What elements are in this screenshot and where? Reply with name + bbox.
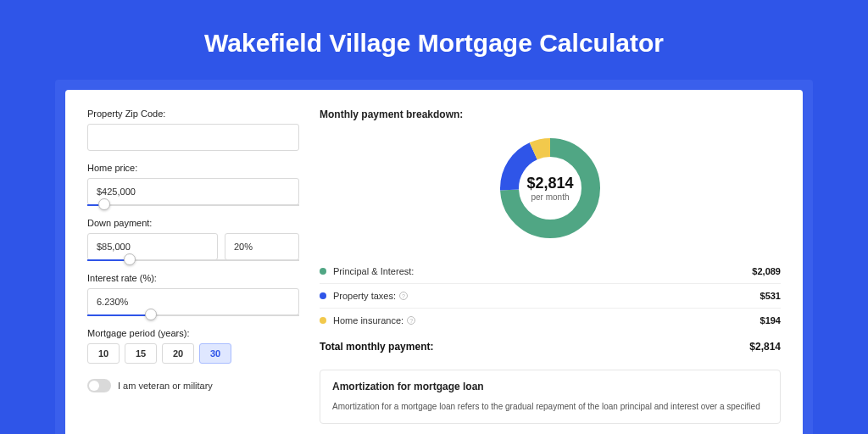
down-payment-percent-input[interactable]	[225, 233, 299, 260]
legend-label: Principal & Interest:	[333, 266, 752, 276]
period-button-30[interactable]: 30	[199, 343, 231, 364]
home-price-field-group: Home price:	[87, 163, 299, 206]
breakdown-title: Monthly payment breakdown:	[320, 108, 781, 120]
interest-rate-slider[interactable]	[87, 314, 299, 316]
calculator-card: Property Zip Code: Home price: Down paym…	[65, 90, 803, 434]
period-field-group: Mortgage period (years): 10152030	[87, 328, 299, 364]
legend-value: $2,089	[752, 266, 781, 276]
donut-chart: $2,814 per month	[494, 132, 606, 244]
total-value: $2,814	[749, 341, 781, 353]
donut-center: $2,814 per month	[494, 132, 606, 244]
legend-value: $194	[760, 315, 781, 326]
zip-label: Property Zip Code:	[87, 108, 299, 119]
breakdown-column: Monthly payment breakdown: $2,814 per mo…	[320, 108, 781, 427]
home-price-slider[interactable]	[87, 204, 299, 206]
down-payment-slider-knob[interactable]	[124, 253, 136, 265]
total-row: Total monthly payment: $2,814	[320, 332, 781, 366]
info-icon[interactable]: ?	[407, 316, 415, 325]
amortization-title: Amortization for mortgage loan	[332, 381, 768, 392]
interest-rate-label: Interest rate (%):	[87, 273, 299, 283]
legend-row: Property taxes:?$531	[320, 284, 781, 309]
period-button-20[interactable]: 20	[162, 343, 194, 364]
home-price-input[interactable]	[87, 178, 299, 205]
card-outer: Property Zip Code: Home price: Down paym…	[55, 80, 813, 434]
interest-rate-input[interactable]	[87, 288, 299, 315]
zip-input[interactable]	[87, 124, 299, 151]
legend-dot	[320, 268, 326, 275]
legend-row: Principal & Interest:$2,089	[320, 259, 781, 284]
period-button-row: 10152030	[87, 343, 299, 364]
legend-row: Home insurance:?$194	[320, 309, 781, 332]
down-payment-slider[interactable]	[87, 259, 299, 261]
amortization-card: Amortization for mortgage loan Amortizat…	[320, 370, 781, 424]
legend-value: $531	[760, 291, 781, 301]
home-price-slider-knob[interactable]	[98, 198, 110, 210]
down-payment-amount-input[interactable]	[87, 233, 218, 260]
legend-dot	[320, 292, 326, 299]
legend-label-text: Home insurance:	[333, 315, 403, 326]
interest-rate-slider-knob[interactable]	[145, 309, 157, 320]
page-title: Wakefield Village Mortgage Calculator	[0, 0, 868, 80]
donut-container: $2,814 per month	[320, 132, 781, 244]
zip-field-group: Property Zip Code:	[87, 108, 299, 151]
legend-list: Principal & Interest:$2,089Property taxe…	[320, 259, 781, 332]
interest-rate-slider-fill	[87, 314, 151, 316]
legend-label: Home insurance:?	[333, 315, 760, 326]
donut-amount: $2,814	[526, 175, 573, 192]
veteran-toggle-row: I am veteran or military	[87, 379, 299, 392]
donut-sub: per month	[531, 192, 569, 202]
period-label: Mortgage period (years):	[87, 328, 299, 338]
amortization-text: Amortization for a mortgage loan refers …	[332, 401, 768, 413]
legend-label: Property taxes:?	[333, 291, 760, 301]
form-column: Property Zip Code: Home price: Down paym…	[87, 108, 299, 427]
info-icon[interactable]: ?	[399, 292, 408, 300]
legend-dot	[320, 317, 326, 324]
legend-label-text: Principal & Interest:	[333, 266, 414, 276]
down-payment-field-group: Down payment:	[87, 218, 299, 261]
veteran-toggle-label: I am veteran or military	[118, 381, 213, 391]
veteran-toggle[interactable]	[87, 379, 111, 392]
interest-rate-field-group: Interest rate (%):	[87, 273, 299, 316]
period-button-15[interactable]: 15	[125, 343, 157, 364]
home-price-label: Home price:	[87, 163, 299, 173]
total-label: Total monthly payment:	[320, 341, 749, 353]
period-button-10[interactable]: 10	[87, 343, 120, 364]
legend-label-text: Property taxes:	[333, 291, 396, 301]
down-payment-label: Down payment:	[87, 218, 299, 228]
